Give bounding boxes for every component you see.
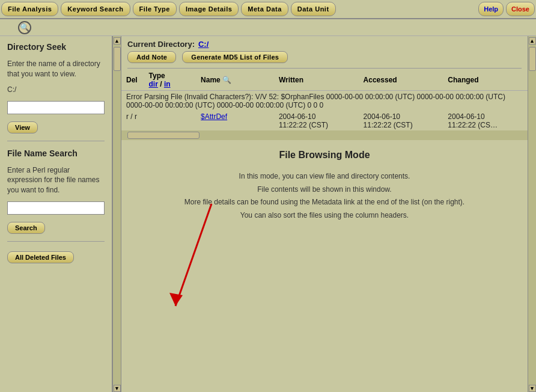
nav-meta-data[interactable]: Meta Data [241, 2, 288, 16]
nav-close[interactable]: Close [506, 2, 535, 16]
row-written: 2004-06-1011:22:22 (CST) [274, 111, 359, 130]
col-in-link[interactable]: in [164, 80, 171, 88]
current-dir-display: C:/ [7, 85, 105, 94]
directory-seek-title: Directory Seek [7, 42, 105, 52]
browse-line1: In this mode, you can view file and dire… [133, 170, 516, 183]
nav-file-analysis[interactable]: File Analysis [1, 2, 58, 16]
action-buttons: Add Note Generate MD5 List of Files [121, 51, 528, 67]
file-name-search-input[interactable] [7, 201, 105, 215]
col-header-name: Name 🔍 [196, 70, 274, 91]
table-row: r / r $AttrDef 2004-06-1011:22:22 (CST) … [121, 111, 528, 130]
browse-line2: File contents will be shown in this wind… [133, 183, 516, 197]
nav-file-type[interactable]: File Type [133, 2, 177, 16]
file-table-wrapper: Del Type dir / in Name 🔍 [121, 70, 528, 130]
sidebar: Directory Seek Enter the name of a direc… [0, 36, 113, 392]
hscroll-thumb[interactable] [127, 132, 199, 139]
col-header-changed[interactable]: Changed [443, 70, 528, 91]
sidebar-scroll-down[interactable]: ▼ [114, 385, 121, 392]
right-scroll-thumb[interactable] [529, 47, 536, 71]
content-area: Current Directory: C:/ Add Note Generate… [121, 36, 528, 392]
row-changed: 2004-06-1011:22:22 (CS… [443, 111, 528, 130]
row-accessed: 2004-06-1011:22:22 (CST) [359, 111, 443, 130]
right-scroll-down[interactable]: ▼ [529, 385, 536, 392]
sidebar-scroll-thumb[interactable] [114, 47, 121, 71]
lower-content: File Browsing Mode In this mode, you can… [121, 140, 528, 392]
col-header-accessed[interactable]: Accessed [359, 70, 443, 91]
current-dir-bar: Current Directory: C:/ [121, 36, 528, 51]
svg-marker-1 [169, 293, 183, 306]
sidebar-scrollbar: ▲ ▼ [113, 36, 121, 392]
row-type [144, 111, 196, 130]
search-row: 🔍 [0, 19, 536, 36]
attrdef-link[interactable]: $AttrDef [201, 112, 227, 121]
col-dir-link[interactable]: dir [149, 80, 158, 88]
right-scrollbar: ▲ ▼ [528, 36, 536, 392]
nav-data-unit[interactable]: Data Unit [291, 2, 336, 16]
nav-help[interactable]: Help [478, 2, 504, 16]
col-header-type: Type dir / in [144, 70, 196, 91]
add-note-button[interactable]: Add Note [127, 51, 176, 63]
error-row-text: Error Parsing File (Invalid Characters?)… [121, 91, 528, 112]
col-name-label: Name [201, 76, 221, 84]
view-button[interactable]: View [7, 121, 38, 133]
row-del: r / r [121, 111, 144, 130]
current-directory-path[interactable]: C:/ [198, 40, 209, 49]
sidebar-scroll-up[interactable]: ▲ [114, 37, 121, 44]
col-type-label: Type [149, 72, 165, 80]
col-header-written[interactable]: Written [274, 70, 359, 91]
current-directory-label: Current Directory: [127, 40, 195, 49]
file-browsing-text: In this mode, you can view file and dire… [133, 170, 516, 222]
file-table: Del Type dir / in Name 🔍 [121, 70, 528, 130]
all-deleted-files-button[interactable]: All Deleted Files [7, 251, 74, 263]
nav-image-details[interactable]: Image Details [179, 2, 239, 16]
search-icon[interactable]: 🔍 [18, 21, 31, 34]
col-header-del: Del [121, 70, 144, 91]
file-browsing-title: File Browsing Mode [133, 150, 516, 161]
horizontal-scrollbar[interactable] [121, 130, 528, 140]
generate-md5-button[interactable]: Generate MD5 List of Files [182, 51, 288, 63]
directory-seek-desc: Enter the name of a directory that you w… [7, 59, 105, 79]
browse-line4: You can also sort the files using the co… [133, 209, 516, 222]
content-divider [127, 68, 522, 69]
file-name-search-desc: Enter a Perl regular expression for the … [7, 165, 105, 195]
sidebar-divider-2 [7, 241, 105, 242]
col-type-sep: / [160, 80, 162, 88]
right-scroll-up[interactable]: ▲ [529, 37, 536, 44]
sidebar-divider-1 [7, 141, 105, 141]
table-error-row: Error Parsing File (Invalid Characters?)… [121, 91, 528, 112]
main-layout: Directory Seek Enter the name of a direc… [0, 36, 536, 392]
directory-seek-input[interactable] [7, 101, 105, 114]
file-name-search-title: File Name Search [7, 149, 105, 158]
search-button[interactable]: Search [7, 222, 45, 234]
top-nav-bar: File Analysis Keyword Search File Type I… [0, 0, 536, 19]
nav-keyword-search[interactable]: Keyword Search [61, 2, 130, 16]
row-name: $AttrDef [196, 111, 274, 130]
browse-line3: More file details can be found using the… [133, 196, 516, 209]
name-search-icon[interactable]: 🔍 [222, 76, 231, 84]
